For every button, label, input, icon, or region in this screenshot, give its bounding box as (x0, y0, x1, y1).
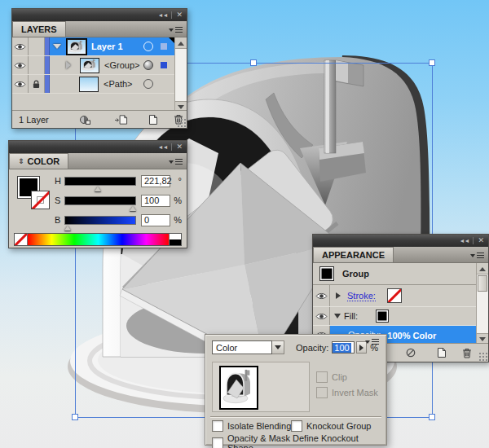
layer-thumbnail[interactable] (79, 77, 99, 92)
clear-appearance-button[interactable] (404, 347, 417, 358)
spectrum-ramp[interactable] (28, 234, 169, 245)
invert-mask-checkbox[interactable] (316, 387, 328, 398)
scroll-up-icon[interactable] (175, 37, 187, 49)
lock-toggle[interactable] (29, 37, 45, 55)
saturation-value-field[interactable]: 100 (141, 195, 170, 207)
make-clipping-mask-button[interactable] (78, 114, 91, 125)
transparency-popup: Color Opacity: 100 % Clip Invert Mask Is… (205, 334, 387, 446)
panel-menu-icon[interactable] (470, 251, 484, 260)
brightness-slider-marker[interactable] (64, 222, 71, 231)
knockout-group-row: Knockout Group (291, 420, 372, 432)
none-color-swatch[interactable] (15, 234, 28, 245)
brightness-value-field[interactable]: 0 (141, 214, 170, 226)
knockout-shape-checkbox[interactable] (212, 437, 223, 448)
saturation-slider-marker[interactable] (130, 203, 136, 211)
panel-menu-icon[interactable] (169, 157, 183, 166)
appearance-scrollbar[interactable] (476, 263, 488, 345)
knockout-shape-row: Opacity & Mask Define Knockout Shape (212, 433, 386, 448)
collapse-panel-icon[interactable]: ◄◄ (158, 12, 168, 18)
layer-thumbnail[interactable] (80, 58, 99, 73)
duplicate-item-button[interactable] (435, 347, 448, 358)
layer-row-layer1[interactable]: Layer 1 (12, 37, 174, 56)
expand-triangle-open[interactable] (334, 314, 341, 322)
brightness-slider[interactable] (64, 216, 136, 225)
tab-color[interactable]: ⇕ COLOR (9, 153, 68, 169)
target-circle[interactable] (143, 42, 153, 51)
resize-grip[interactable] (177, 118, 186, 127)
object-thumbnail[interactable] (219, 366, 258, 410)
white-black-swatches[interactable] (169, 234, 181, 245)
panel-menu-icon[interactable] (365, 337, 379, 346)
appearance-row-fill[interactable]: Fill: (313, 307, 477, 326)
dropdown-arrow-button[interactable] (272, 340, 284, 354)
isolate-blending-checkbox[interactable] (212, 420, 223, 432)
new-sublayer-button[interactable] (115, 114, 128, 125)
color-spectrum-bar[interactable] (14, 233, 182, 246)
clipping-mask-icon (79, 115, 90, 125)
tab-appearance[interactable]: APPEARANCE (313, 247, 394, 262)
layers-scrollbar[interactable] (174, 37, 187, 112)
knockout-group-checkbox[interactable] (291, 420, 302, 432)
visibility-toggle[interactable] (12, 37, 29, 55)
target-circle[interactable] (143, 79, 153, 89)
hue-slider-marker[interactable] (95, 183, 101, 191)
stroke-swatch-none[interactable] (31, 191, 50, 209)
scroll-up-icon[interactable] (477, 263, 488, 275)
visibility-toggle[interactable] (313, 307, 330, 325)
tab-layers[interactable]: LAYERS (12, 21, 66, 37)
none-slash-icon (387, 288, 402, 303)
target-circle-shaded[interactable] (143, 60, 153, 70)
layer-name[interactable]: Layer 1 (91, 42, 123, 51)
handle-bottom-right[interactable] (430, 415, 435, 420)
layer-row-group[interactable]: <Group> (12, 56, 174, 75)
opacity-input[interactable]: 100 (332, 341, 355, 354)
collapse-panel-icon[interactable]: ◄◄ (158, 144, 168, 150)
hue-slider[interactable] (64, 177, 136, 186)
new-layer-button[interactable] (147, 114, 160, 125)
page-icon (437, 348, 447, 358)
layer-name[interactable]: <Group> (104, 60, 139, 70)
expand-triangle-closed[interactable] (66, 61, 75, 69)
lock-toggle[interactable] (29, 75, 45, 93)
color-panel-body: H 221,82 ° S 100 % B 0 % (9, 169, 187, 249)
appearance-row-stroke[interactable]: Stroke: (313, 285, 477, 307)
lock-toggle[interactable] (29, 56, 45, 74)
expand-triangle-closed[interactable] (336, 292, 344, 299)
eye-icon (14, 81, 26, 88)
layer-name[interactable]: <Path> (104, 79, 132, 89)
layers-list: Layer 1 <Group> (12, 37, 187, 112)
fill-color-swatch[interactable] (376, 310, 389, 323)
delete-item-button[interactable] (460, 347, 474, 358)
opacity-label: Opacity: (296, 343, 328, 353)
panel-cycle-icon[interactable]: ⇕ (18, 157, 24, 165)
layer-thumbnail[interactable] (67, 39, 86, 55)
panel-menu-icon[interactable] (169, 25, 183, 34)
collapse-panel-icon[interactable]: ◄◄ (460, 238, 469, 244)
scrollbar-thumb[interactable] (478, 275, 487, 292)
visibility-toggle[interactable] (313, 285, 330, 306)
layer-row-path[interactable]: <Path> (12, 75, 174, 94)
saturation-slider[interactable] (64, 196, 136, 205)
handle-top-right[interactable] (430, 60, 435, 66)
visibility-toggle[interactable] (12, 75, 29, 93)
close-panel-icon[interactable]: ✕ (478, 237, 484, 244)
handle-bottom-left[interactable] (73, 415, 78, 420)
selection-square[interactable] (161, 43, 167, 50)
appearance-row-group[interactable]: Group (313, 263, 477, 285)
stroke-link[interactable]: Stroke: (347, 291, 376, 301)
resize-grip[interactable] (478, 352, 487, 361)
clip-checkbox[interactable] (316, 371, 328, 383)
close-panel-icon[interactable]: ✕ (176, 143, 183, 151)
blend-mode-dropdown[interactable]: Color (212, 340, 272, 354)
hue-value-field[interactable]: 221,82 (141, 175, 170, 187)
close-panel-icon[interactable]: ✕ (176, 11, 183, 19)
isolate-blending-row: Isolate Blending (212, 420, 291, 432)
layers-panel: ◄◄ ✕ LAYERS Layer 1 (11, 8, 187, 129)
expand-triangle-open[interactable] (53, 44, 61, 53)
selection-square[interactable] (161, 62, 167, 68)
visibility-toggle[interactable] (12, 56, 29, 74)
none-slash-icon (31, 191, 50, 209)
mask-thumbnail-well (212, 362, 310, 412)
stroke-none-swatch[interactable] (387, 288, 402, 303)
handle-top-mid[interactable] (251, 60, 257, 66)
